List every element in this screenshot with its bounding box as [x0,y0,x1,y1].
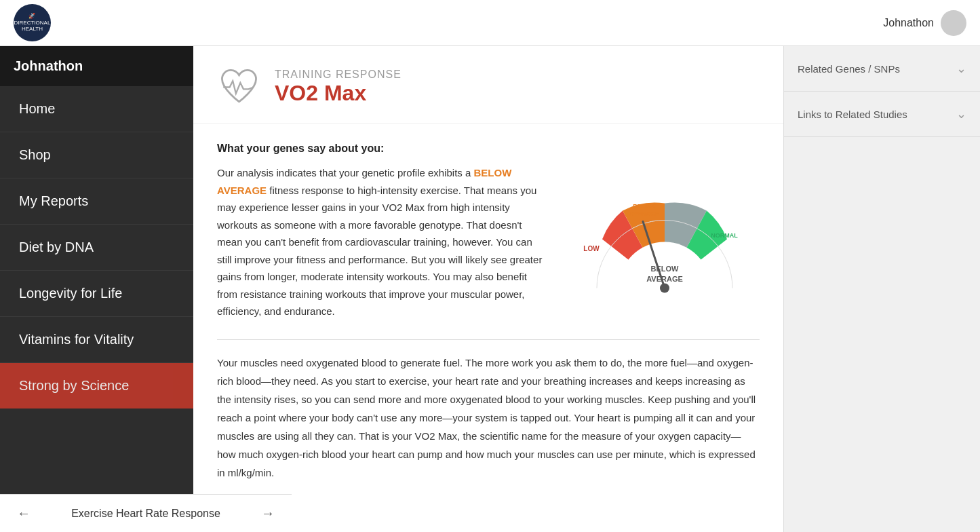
sidebar-item-longevity[interactable]: Longevity for Life [0,271,193,317]
prev-arrow[interactable]: ← [14,502,34,525]
gauge-chart: LOW BELOW AVERAGE NORMAL BELOW AVERAGE [576,191,753,300]
content-divider [217,339,760,340]
svg-text:AVERAGE: AVERAGE [646,274,683,282]
logo[interactable]: 🚀DIRECTIONALHEALTH [14,4,51,41]
heart-rate-icon [217,65,261,109]
related-genes-item[interactable]: Related Genes / SNPs ⌄ [784,46,980,92]
report-content: What your genes say about you: Our analy… [193,124,783,532]
main-layout: Johnathon Home Shop My Reports Diet by D… [0,46,980,532]
sidebar: Johnathon Home Shop My Reports Diet by D… [0,46,193,532]
sidebar-item-my-reports[interactable]: My Reports [0,178,193,225]
avatar[interactable] [941,10,966,36]
header-username: Johnathon [883,17,934,29]
report-header: TRAINING RESPONSE VO2 Max [193,46,783,124]
analysis-text-after: fitness response to high-intensity exerc… [217,185,542,318]
svg-text:AVERAGE: AVERAGE [629,210,659,216]
right-panel: Related Genes / SNPs ⌄ Links to Related … [783,46,980,532]
bottom-navigation: ← Exercise Heart Rate Response → [0,494,292,532]
body-text: Your muscles need oxygenated blood to ge… [217,354,760,482]
logo-text: 🚀DIRECTIONALHEALTH [14,13,51,33]
sidebar-item-shop[interactable]: Shop [0,132,193,178]
user-section: Johnathon [883,10,966,36]
svg-text:BELOW: BELOW [651,264,680,272]
report-title: VO2 Max [275,81,401,106]
top-header: 🚀DIRECTIONALHEALTH Johnathon [0,0,980,46]
analysis-text-before: Our analysis indicates that your genetic… [217,167,474,178]
analysis-text: Our analysis indicates that your genetic… [217,164,549,320]
svg-text:NORMAL: NORMAL [711,231,738,238]
related-studies-item[interactable]: Links to Related Studies ⌄ [784,92,980,137]
bottom-nav-label: Exercise Heart Rate Response [71,508,220,520]
sidebar-item-home[interactable]: Home [0,86,193,132]
genes-heading: What your genes say about you: [217,142,760,155]
sidebar-item-vitamins[interactable]: Vitamins for Vitality [0,317,193,363]
svg-text:LOW: LOW [583,244,600,252]
sidebar-item-strong[interactable]: Strong by Science [0,363,193,408]
sidebar-username[interactable]: Johnathon [0,46,193,86]
report-title-block: TRAINING RESPONSE VO2 Max [275,69,401,106]
sidebar-item-diet-by-dna[interactable]: Diet by DNA [0,225,193,271]
svg-point-2 [660,283,669,292]
gauge-container: LOW BELOW AVERAGE NORMAL BELOW AVERAGE [570,164,760,320]
analysis-section: Our analysis indicates that your genetic… [217,164,760,320]
svg-text:BELOW: BELOW [633,202,656,209]
related-studies-label: Links to Related Studies [798,109,907,120]
report-subtitle: TRAINING RESPONSE [275,69,401,81]
chevron-down-icon-2: ⌄ [956,107,966,121]
sidebar-nav: Home Shop My Reports Diet by DNA Longevi… [0,86,193,532]
content-area: TRAINING RESPONSE VO2 Max What your gene… [193,46,783,532]
next-arrow[interactable]: → [258,502,278,525]
chevron-down-icon: ⌄ [956,61,966,76]
related-genes-label: Related Genes / SNPs [798,63,900,75]
